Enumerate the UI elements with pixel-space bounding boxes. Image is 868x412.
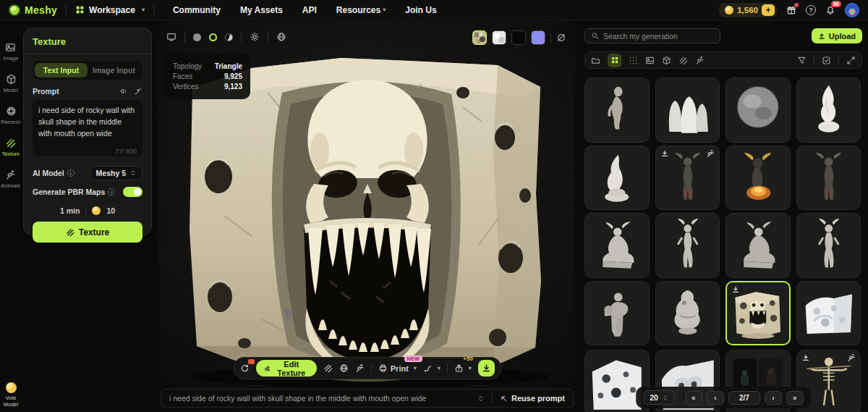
user-avatar[interactable] xyxy=(845,3,859,17)
print-button[interactable]: Print ▾ NEW xyxy=(378,363,417,373)
last-page-button[interactable]: » xyxy=(786,391,804,405)
retexture-button[interactable] xyxy=(239,363,249,373)
model-thumbnail-skull-rock-wall[interactable] xyxy=(726,281,791,346)
divider xyxy=(24,54,151,54)
generation-cost: 10 xyxy=(106,206,115,215)
prompt-voice-icon[interactable] xyxy=(119,87,128,96)
workspace-menu[interactable]: Workspace ▾ xyxy=(75,5,145,15)
divider xyxy=(814,55,814,65)
display-settings-icon[interactable] xyxy=(166,32,176,42)
3d-viewport[interactable]: TopologyTriangle Faces9,925 Vertices9,12… xyxy=(159,22,575,412)
model-thumbnail-ghost-trio[interactable] xyxy=(655,77,720,143)
remesh-tool-button[interactable] xyxy=(339,363,349,373)
topology-label: Topology xyxy=(173,62,202,70)
pbr-toggle[interactable] xyxy=(123,187,142,197)
animate-filter-icon[interactable] xyxy=(695,56,705,65)
print-label: Print xyxy=(391,364,409,373)
grid-view-button[interactable] xyxy=(608,54,621,67)
sculpt-brush-button[interactable]: ▾ xyxy=(423,363,441,373)
folder-icon[interactable] xyxy=(591,56,600,65)
add-credits-button[interactable]: + xyxy=(762,4,775,16)
texture-map-chips xyxy=(472,30,566,45)
help-button[interactable]: ? xyxy=(806,5,816,15)
animate-icon[interactable] xyxy=(706,149,715,158)
all-types-filter-icon[interactable] xyxy=(629,56,638,65)
prompt-collapse-control[interactable] xyxy=(477,395,485,403)
shading-textured-icon[interactable] xyxy=(209,33,217,41)
rewards-button[interactable] xyxy=(786,5,796,15)
gallery-search[interactable] xyxy=(584,28,720,43)
upload-button[interactable]: Upload xyxy=(812,28,862,43)
share-button[interactable]: ▾ +50 xyxy=(454,363,472,373)
roughness-map-chip[interactable] xyxy=(492,30,506,45)
model-thumbnail-demon-standing-2[interactable] xyxy=(796,213,861,278)
download-icon[interactable] xyxy=(801,353,810,362)
nav-my-assets[interactable]: My Assets xyxy=(240,5,283,15)
tool-rail: Image Model Remesh Texture Animate Vote … xyxy=(0,20,22,412)
select-mode-icon[interactable] xyxy=(822,56,831,65)
nav-join-us[interactable]: Join Us xyxy=(405,5,436,15)
nav-api[interactable]: API xyxy=(302,5,317,15)
credits-pill[interactable]: 1,560 + xyxy=(719,3,777,17)
download-icon[interactable] xyxy=(660,149,669,158)
metallic-map-chip[interactable] xyxy=(511,30,526,45)
generate-texture-button[interactable]: Texture xyxy=(33,222,142,243)
texture-tool-button[interactable] xyxy=(323,363,333,373)
model-thumbnail-demon-dark[interactable] xyxy=(655,146,720,211)
wireframe-icon[interactable] xyxy=(276,32,286,42)
nav-resources[interactable]: Resources▾ xyxy=(336,5,386,15)
model-thumbnail-demon-seated-shaded[interactable] xyxy=(726,213,791,278)
model-thumbnail-white-rock-wall[interactable] xyxy=(796,281,861,346)
generation-prompt-text: i need side of rocky wall with skull sha… xyxy=(169,394,469,403)
thumbnail-render xyxy=(656,78,720,142)
prev-page-button[interactable]: ‹ xyxy=(707,391,724,405)
lighting-icon[interactable] xyxy=(250,32,260,42)
rail-item-model[interactable]: Model xyxy=(4,74,18,93)
download-button[interactable] xyxy=(478,360,495,377)
rail-item-animate[interactable]: Animate xyxy=(1,169,21,189)
model-thumbnail-demon-fire[interactable] xyxy=(726,146,791,211)
ai-model-select[interactable]: Meshy 5 xyxy=(90,166,142,180)
prompt-ideas-icon[interactable] xyxy=(134,87,142,96)
rail-item-remesh[interactable]: Remesh xyxy=(1,106,21,125)
texture-filter-icon[interactable] xyxy=(678,56,688,65)
model-thumbnail-villager-figure[interactable] xyxy=(584,281,650,346)
image-icon xyxy=(5,42,16,53)
model-filter-icon[interactable] xyxy=(662,56,671,65)
nav-community[interactable]: Community xyxy=(173,5,221,15)
vote-model-button[interactable]: Vote Model xyxy=(0,382,22,408)
search-input[interactable] xyxy=(603,32,714,41)
model-thumbnail-demon-standing[interactable] xyxy=(655,213,720,278)
rail-item-texture[interactable]: Texture xyxy=(2,138,20,157)
animate-icon[interactable] xyxy=(847,353,856,362)
notifications-button[interactable]: 50 xyxy=(825,5,835,15)
new-badge: NEW xyxy=(404,356,422,362)
base-color-map-chip[interactable] xyxy=(472,30,487,45)
filter-icon[interactable] xyxy=(797,56,807,65)
tab-text-input[interactable]: Text Input xyxy=(35,63,88,77)
shading-solid-icon[interactable] xyxy=(193,33,201,41)
divider xyxy=(492,393,493,403)
model-thumbnail-demon-dark-2[interactable] xyxy=(796,146,861,211)
model-thumbnail-flame-statue[interactable] xyxy=(584,146,650,211)
maps-visibility-icon[interactable] xyxy=(556,33,566,43)
model-thumbnail-demon-seated[interactable] xyxy=(584,213,650,278)
animate-tool-button[interactable] xyxy=(355,363,365,373)
tab-image-input[interactable]: Image Input xyxy=(88,63,140,77)
normal-map-chip[interactable] xyxy=(531,30,545,45)
download-icon[interactable] xyxy=(731,285,740,294)
reuse-prompt-button[interactable]: Reuse prompt xyxy=(500,394,565,403)
meshy-logo[interactable]: Meshy xyxy=(9,4,57,16)
model-thumbnail-gnome-creature[interactable] xyxy=(655,281,720,346)
expand-icon[interactable] xyxy=(846,56,856,65)
model-thumbnail-stone-sphere[interactable] xyxy=(726,77,791,143)
page-size-select[interactable]: 20 xyxy=(643,390,675,405)
image-filter-icon[interactable] xyxy=(645,56,655,65)
first-page-button[interactable]: « xyxy=(685,391,702,405)
next-page-button[interactable]: › xyxy=(765,391,782,405)
shading-split-icon[interactable] xyxy=(225,33,233,41)
model-thumbnail-flame-figure[interactable] xyxy=(796,77,861,143)
edit-texture-button[interactable]: Edit Texture xyxy=(255,360,316,377)
model-thumbnail-zombie-figure[interactable] xyxy=(584,77,650,143)
rail-item-image[interactable]: Image xyxy=(4,42,19,62)
